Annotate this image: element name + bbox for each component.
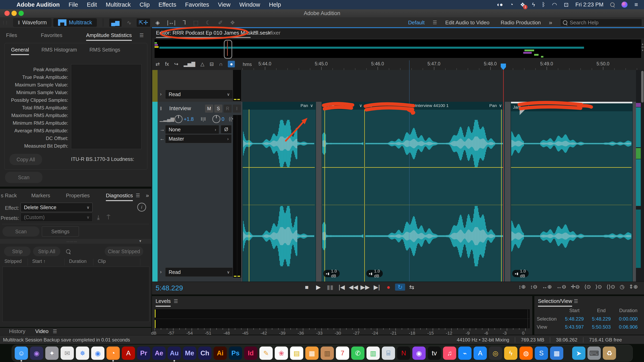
- zoom-amplitude-button[interactable]: ⇕⊕: [629, 284, 638, 290]
- tab-properties[interactable]: Properties: [66, 192, 90, 199]
- column-header-stripped[interactable]: Stripped: [0, 259, 28, 266]
- brush-tool-icon[interactable]: ✐: [216, 18, 225, 27]
- levels-menu-icon[interactable]: ☰: [174, 299, 178, 304]
- dock-audition[interactable]: Au: [168, 347, 181, 360]
- loop-playback-button[interactable]: ↻: [395, 284, 405, 291]
- pan-value[interactable]: 0: [222, 116, 224, 122]
- dock-indesign[interactable]: Id: [244, 347, 258, 360]
- zoom-to-out-point-button[interactable]: ⟩⊙: [595, 284, 602, 290]
- record-button[interactable]: ●: [382, 284, 394, 291]
- mute-button[interactable]: M: [205, 105, 213, 113]
- dock-calendar[interactable]: 7: [336, 347, 349, 360]
- save-preset-icon[interactable]: ⤓: [97, 214, 100, 221]
- screen-mirroring-icon[interactable]: ⊡: [564, 1, 568, 8]
- siri-icon[interactable]: [622, 1, 628, 8]
- metronome-icon[interactable]: △: [200, 61, 204, 67]
- dock-illustrator[interactable]: Ai: [214, 347, 227, 360]
- dock-media-encoder[interactable]: Me: [183, 347, 196, 360]
- stats-scan-button[interactable]: Scan: [5, 172, 42, 183]
- waveform-view-toggle-icon[interactable]: ▄▆: [109, 18, 122, 27]
- subtab-general[interactable]: General: [11, 47, 29, 53]
- dropbox-icon[interactable]: ❖1: [520, 1, 525, 8]
- sv-value[interactable]: 5:48.229: [561, 316, 588, 322]
- move-tool-icon[interactable]: ⇱✛: [137, 18, 150, 27]
- sv-value[interactable]: 0:00.000: [615, 316, 642, 322]
- volume-value[interactable]: +1.8: [184, 116, 194, 122]
- workspace-overflow-icon[interactable]: »: [549, 19, 552, 26]
- dock-podcasts[interactable]: ◉: [412, 347, 426, 360]
- lasso-tool-icon[interactable]: ☾: [204, 18, 213, 27]
- dock-contacts[interactable]: ▥: [320, 347, 334, 360]
- arm-record-button[interactable]: R: [224, 105, 232, 113]
- subtab-rms-histogram[interactable]: RMS Histogram: [42, 47, 77, 53]
- input-monitor-button[interactable]: I: [233, 105, 241, 113]
- diagnostics-menu-icon[interactable]: ☰: [136, 193, 140, 198]
- dock-apple-tv[interactable]: tv: [428, 347, 441, 360]
- menubar-item-view[interactable]: View: [218, 1, 230, 8]
- move-playhead-icon[interactable]: ↪: [174, 61, 178, 67]
- bolt-icon[interactable]: ϟ: [532, 1, 535, 8]
- menubar-item-effects[interactable]: Effects: [158, 1, 176, 8]
- dock-music[interactable]: ♫: [443, 347, 456, 360]
- phase-invert-button[interactable]: Ø: [221, 125, 232, 134]
- dock-netflix[interactable]: N: [397, 347, 410, 360]
- selection-view-menu-icon[interactable]: ☰: [574, 299, 578, 304]
- dock-s-app[interactable]: S: [535, 347, 548, 360]
- transport-time-display[interactable]: 5:48.229: [156, 284, 183, 292]
- tab-amplitude-statistics[interactable]: Amplitude Statistics: [86, 32, 132, 38]
- dock-display-meter[interactable]: ⌸: [382, 347, 395, 360]
- tab-markers[interactable]: Markers: [31, 192, 50, 199]
- dock-lightning-app[interactable]: ϟ: [504, 347, 518, 360]
- menubar-item-help[interactable]: Help: [269, 1, 281, 8]
- zoom-out-vertical-button[interactable]: ↕⊖: [530, 284, 538, 290]
- dock-notes[interactable]: ▤: [290, 347, 303, 360]
- workspace-item-edit-audio-to-video[interactable]: Edit Audio to Video: [445, 19, 490, 26]
- marquee-tool-icon[interactable]: ⬚: [191, 18, 200, 27]
- time-selection-tool-icon[interactable]: Ꞁ: [181, 18, 188, 27]
- menubar-app-name[interactable]: Adobe Audition: [16, 1, 60, 8]
- dock-messenger[interactable]: ⌁: [458, 347, 472, 360]
- clip-gain-badge[interactable]: ▸▮1.0 dB: [366, 270, 383, 277]
- dock-app-store[interactable]: A: [474, 347, 487, 360]
- pin-marker-toggle-icon[interactable]: ●: [228, 61, 235, 67]
- clip-gain-badge[interactable]: ▸▮1.0 dB: [323, 270, 340, 277]
- tab-favorites[interactable]: Favorites: [41, 32, 62, 38]
- menubar-item-favorites[interactable]: Favorites: [185, 1, 209, 8]
- dock-acrobat[interactable]: A: [122, 347, 135, 360]
- sv-value[interactable]: 0:06.906: [615, 324, 642, 330]
- play-button[interactable]: ▶: [312, 284, 324, 291]
- time-machine-icon[interactable]: ◔: [510, 1, 513, 8]
- track-above-expander-icon[interactable]: ›: [160, 91, 162, 97]
- tab-video[interactable]: Video: [35, 328, 48, 335]
- menubar-item-edit[interactable]: Edit: [87, 1, 97, 8]
- menubar-item-multitrack[interactable]: Multitrack: [106, 1, 131, 8]
- video-panel-menu-icon[interactable]: ☰: [53, 329, 57, 334]
- dock-numbers[interactable]: ▥: [366, 347, 380, 360]
- track-automation-dropdown[interactable]: Read∨: [165, 268, 233, 277]
- pause-button[interactable]: ▮▮: [324, 284, 336, 291]
- workspace-item-radio-production[interactable]: Radio Production: [501, 19, 541, 26]
- collapse-arrow-icon[interactable]: ▾: [139, 239, 141, 243]
- timeline-ruler[interactable]: 5:44.05:45.05:46.05:47.05:48.05:49.05:50…: [242, 59, 644, 70]
- track-output-dropdown[interactable]: Master›: [165, 134, 232, 143]
- dock-chrome[interactable]: ◉: [91, 347, 104, 360]
- rewind-button[interactable]: ◀◀: [348, 284, 359, 291]
- dock-grid-app[interactable]: ▦: [550, 347, 563, 360]
- dock-photoshop[interactable]: Ps: [229, 347, 242, 360]
- move-to-previous-button[interactable]: |◀: [336, 284, 348, 291]
- copy-all-button[interactable]: Copy All: [10, 154, 42, 165]
- track-above-automation-dropdown[interactable]: Read∨: [165, 90, 233, 99]
- track-lane-above[interactable]: [242, 70, 644, 102]
- notification-center-icon[interactable]: ≡: [634, 1, 638, 8]
- diagnostics-settings-button[interactable]: Settings: [42, 226, 79, 237]
- track-input-dropdown[interactable]: None›: [165, 125, 219, 134]
- effect-dropdown[interactable]: Delete Silence∨: [20, 203, 92, 212]
- track-name[interactable]: Interview: [169, 105, 191, 112]
- menubar-item-clip[interactable]: Clip: [140, 1, 150, 8]
- zoom-out-horizontal-button[interactable]: ↔⊖: [556, 284, 566, 290]
- column-header-start[interactable]: Start ↑: [28, 259, 64, 266]
- column-header-duration[interactable]: Duration: [64, 259, 94, 266]
- zoom-in-vertical-button[interactable]: ↕⊕: [518, 284, 526, 290]
- metering-icon[interactable]: ▂▅▇: [184, 61, 195, 67]
- dock-trash[interactable]: ♻: [603, 347, 616, 360]
